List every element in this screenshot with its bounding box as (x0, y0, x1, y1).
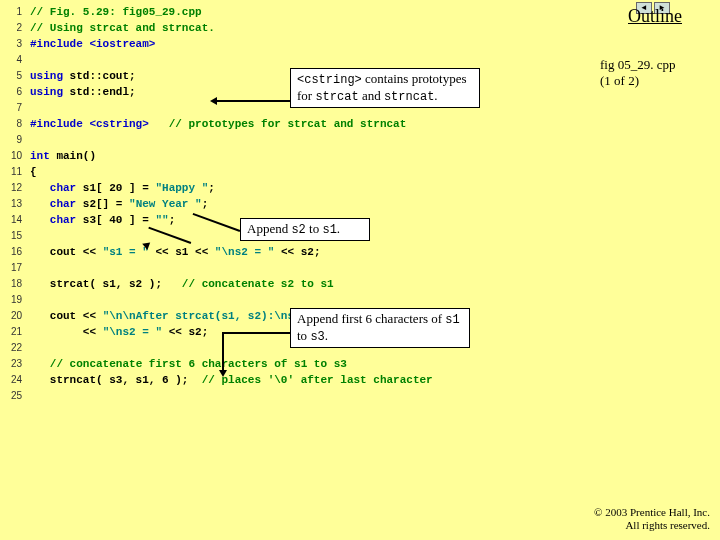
line-number: 3 (0, 36, 30, 52)
code-content: // concatenate first 6 characters of s1 … (30, 356, 347, 372)
code-content: #include <iostream> (30, 36, 155, 52)
code-line: 18 strcat( s1, s2 ); // concatenate s2 t… (0, 276, 600, 292)
line-number: 14 (0, 212, 30, 228)
line-number: 15 (0, 228, 30, 244)
code-content: #include <cstring> // prototypes for str… (30, 116, 406, 132)
code-content: strncat( s3, s1, 6 ); // places '\0' aft… (30, 372, 433, 388)
line-number: 21 (0, 324, 30, 340)
line-number: 19 (0, 292, 30, 308)
line-number: 4 (0, 52, 30, 68)
code-line: 19 (0, 292, 600, 308)
line-number: 22 (0, 340, 30, 356)
line-number: 2 (0, 20, 30, 36)
line-number: 12 (0, 180, 30, 196)
code-line: 23 // concatenate first 6 characters of … (0, 356, 600, 372)
callout-append-s2: Append s2 to s1. (240, 218, 370, 241)
arrow-head-icon (219, 370, 227, 377)
code-content: int main() (30, 148, 96, 164)
code-content: << "\ns2 = " << s2; (30, 324, 208, 340)
copyright-line: All rights reserved. (594, 519, 710, 532)
code-content: char s1[ 20 ] = "Happy "; (30, 180, 215, 196)
line-number: 25 (0, 388, 30, 404)
line-number: 7 (0, 100, 30, 116)
code-content: char s2[] = "New Year "; (30, 196, 208, 212)
code-content: using std::cout; (30, 68, 136, 84)
code-content: cout << "s1 = " << s1 << "\ns2 = " << s2… (30, 244, 321, 260)
line-number: 23 (0, 356, 30, 372)
outline-title: Outline (600, 6, 710, 27)
callout-token: <cstring> (297, 73, 362, 87)
code-content: // Using strcat and strncat. (30, 20, 215, 36)
code-line: 10int main() (0, 148, 600, 164)
line-number: 6 (0, 84, 30, 100)
arrow-head-icon (210, 97, 217, 105)
copyright-line: © 2003 Prentice Hall, Inc. (594, 506, 710, 519)
code-content: using std::endl; (30, 84, 136, 100)
code-line: 8#include <cstring> // prototypes for st… (0, 116, 600, 132)
code-line: 12 char s1[ 20 ] = "Happy "; (0, 180, 600, 196)
code-line: 4 (0, 52, 600, 68)
code-content: char s3[ 40 ] = ""; (30, 212, 175, 228)
line-number: 24 (0, 372, 30, 388)
callout-arrow (222, 332, 224, 372)
file-part: (1 of 2) (600, 73, 710, 89)
callout-cstring: <cstring> contains prototypes for strcat… (290, 68, 480, 108)
code-line: 11{ (0, 164, 600, 180)
code-line: 24 strncat( s3, s1, 6 ); // places '\0' … (0, 372, 600, 388)
callout-arrow (216, 100, 290, 102)
line-number: 10 (0, 148, 30, 164)
code-line: 17 (0, 260, 600, 276)
callout-arrow (222, 332, 290, 334)
line-number: 1 (0, 4, 30, 20)
code-content: // Fig. 5.29: fig05_29.cpp (30, 4, 202, 20)
line-number: 18 (0, 276, 30, 292)
file-name: fig 05_29. cpp (600, 57, 710, 73)
code-line: 25 (0, 388, 600, 404)
code-content: { (30, 164, 37, 180)
code-line: 9 (0, 132, 600, 148)
line-number: 9 (0, 132, 30, 148)
line-number: 13 (0, 196, 30, 212)
line-number: 16 (0, 244, 30, 260)
line-number: 5 (0, 68, 30, 84)
code-line: 16 cout << "s1 = " << s1 << "\ns2 = " <<… (0, 244, 600, 260)
line-number: 8 (0, 116, 30, 132)
line-number: 20 (0, 308, 30, 324)
callout-append-6chars: Append first 6 characters of s1 to s3. (290, 308, 470, 348)
code-content: strcat( s1, s2 ); // concatenate s2 to s… (30, 276, 334, 292)
code-line: 2// Using strcat and strncat. (0, 20, 600, 36)
code-line: 13 char s2[] = "New Year "; (0, 196, 600, 212)
code-line: 1// Fig. 5.29: fig05_29.cpp (0, 4, 600, 20)
line-number: 17 (0, 260, 30, 276)
code-line: 3#include <iostream> (0, 36, 600, 52)
file-info: fig 05_29. cpp (1 of 2) (600, 57, 710, 90)
sidebar: Outline fig 05_29. cpp (1 of 2) (600, 6, 710, 90)
copyright: © 2003 Prentice Hall, Inc. All rights re… (594, 506, 710, 532)
line-number: 11 (0, 164, 30, 180)
